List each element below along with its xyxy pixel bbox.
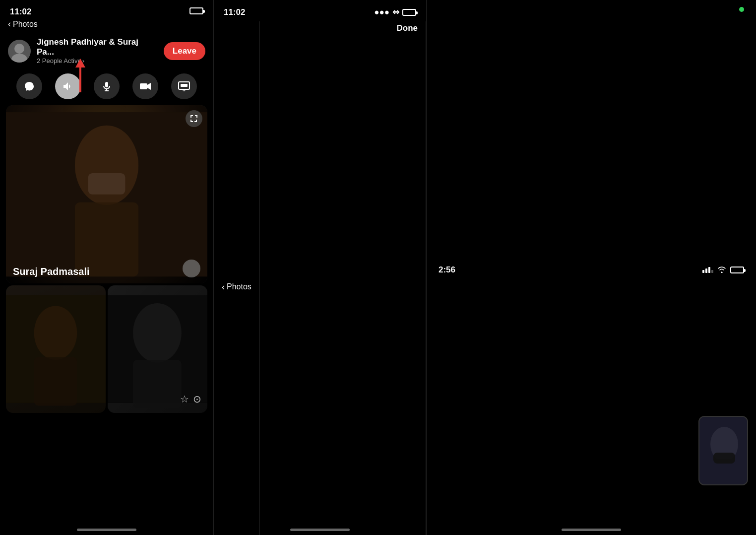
signal-icon: ●●●: [374, 7, 389, 17]
status-bar-1: 11:02: [0, 0, 213, 19]
call-name: Jignesh Padhiyar & Suraj Pa...: [37, 37, 158, 57]
signal-1: [702, 270, 704, 273]
svg-rect-8: [182, 89, 186, 90]
back-link-1[interactable]: ‹ Photos: [0, 19, 213, 33]
signal-2: [705, 268, 707, 273]
done-button[interactable]: Done: [259, 21, 426, 535]
status-icons-2: ●●● ⇔: [374, 7, 416, 17]
camera-small-icon: ⊙: [193, 393, 201, 405]
svg-rect-56: [713, 453, 735, 464]
phone-screen-1: 11:02 ‹ Photos Jignesh Padhiyar & Suraj …: [0, 0, 213, 535]
link-icon: ⇔: [392, 7, 399, 17]
bottom-icons: ☆ ⊙: [180, 393, 201, 405]
small-video-2: ☆ ⊙: [108, 285, 207, 413]
status-bar-2: 11:02 ●●● ⇔: [214, 0, 426, 19]
expand-button[interactable]: [186, 110, 202, 127]
main-video: Suraj Padmasali: [6, 105, 207, 283]
video-grid-1: Suraj Padmasali ☆ ⊙: [0, 105, 213, 413]
video-bottom-row: ☆ ⊙: [6, 285, 207, 413]
phone-screen-3: 2:56: [427, 0, 756, 535]
wifi-icon: [717, 266, 726, 274]
camera-button[interactable]: [132, 73, 158, 99]
star-icon: ☆: [180, 393, 189, 405]
leave-button-1[interactable]: Leave: [164, 42, 205, 60]
arrow-head: [75, 59, 85, 67]
arrow-shaft: [79, 67, 81, 92]
back-label-1: Photos: [13, 20, 38, 29]
signal-dots: [702, 267, 713, 273]
svg-point-1: [11, 54, 27, 63]
phone-screen-2: 11:02 ●●● ⇔ ‹ Photos Done SP Jignesh Pad…: [213, 0, 427, 535]
time-2: 11:02: [224, 7, 245, 17]
small-video-1: [6, 285, 106, 413]
controls-row: [0, 68, 213, 105]
time-3: 2:56: [439, 265, 455, 275]
video-name-label: Suraj Padmasali: [13, 266, 90, 277]
call-info: Jignesh Padhiyar & Suraj Pa... 2 People …: [37, 37, 158, 65]
call-status: 2 People Active ›: [37, 57, 158, 65]
wifi-svg: [717, 266, 726, 273]
home-indicator-2: [290, 529, 350, 531]
battery-icon-3: [730, 267, 744, 273]
avatar: [8, 40, 31, 63]
status-icons-3: [702, 266, 744, 274]
svg-rect-14: [88, 173, 126, 195]
annotation-arrow: [75, 59, 85, 92]
nav-row-2: ‹ Photos Done: [214, 19, 426, 535]
time-1: 11:02: [10, 7, 31, 17]
mic-button[interactable]: [94, 73, 120, 99]
self-preview-svg: [699, 417, 748, 485]
svg-point-16: [34, 306, 77, 360]
back-label-2: Photos: [227, 282, 252, 291]
green-dot: [739, 7, 744, 12]
back-link-2[interactable]: ‹ Photos: [214, 21, 259, 535]
svg-rect-5: [140, 83, 147, 89]
signal-3: [708, 267, 710, 273]
call-header: Jignesh Padhiyar & Suraj Pa... 2 People …: [0, 33, 213, 68]
back-arrow-icon: ‹: [8, 19, 11, 29]
small-person-1: [6, 285, 106, 413]
svg-rect-9: [184, 90, 185, 91]
person-svg: [6, 105, 207, 283]
screen-button[interactable]: [171, 73, 197, 99]
svg-rect-17: [34, 357, 77, 406]
svg-point-19: [133, 303, 182, 363]
svg-marker-6: [147, 83, 151, 90]
home-indicator-1: [77, 529, 136, 531]
svg-rect-10: [181, 84, 188, 87]
svg-rect-13: [75, 202, 138, 277]
signal-4: [711, 270, 713, 273]
home-indicator-3: [562, 529, 621, 531]
battery-icon: [189, 7, 203, 17]
svg-rect-2: [105, 82, 108, 87]
back-arrow-2: ‹: [222, 282, 225, 292]
battery-icon-2: [402, 9, 416, 16]
status-icons-1: [189, 7, 203, 17]
svg-point-0: [14, 44, 24, 54]
svg-rect-20: [133, 360, 182, 408]
self-preview: [698, 416, 748, 485]
chat-button[interactable]: [16, 73, 42, 99]
